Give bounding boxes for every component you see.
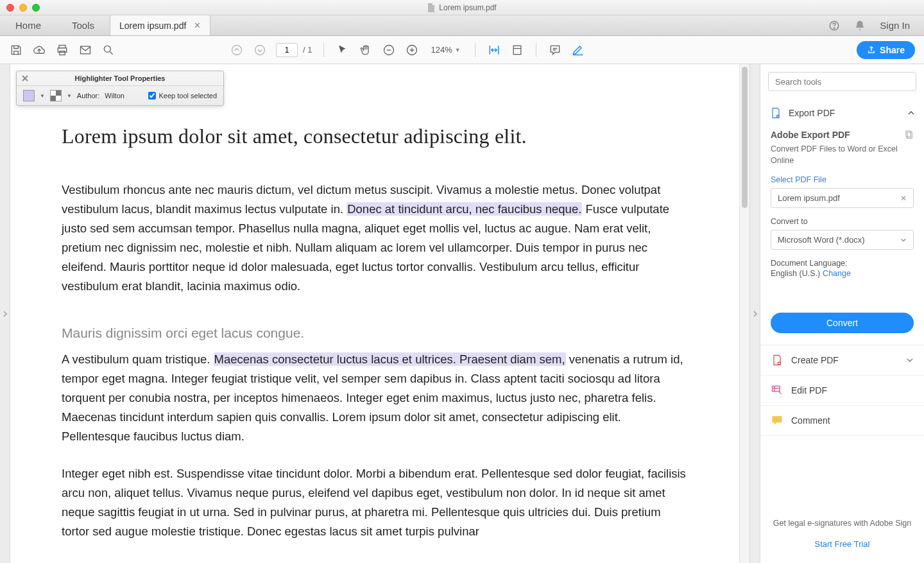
change-language-link[interactable]: Change <box>823 269 851 278</box>
format-dropdown[interactable]: Microsoft Word (*.docx) <box>771 230 914 250</box>
window-title: Lorem ipsum.pdf <box>439 3 496 12</box>
zoom-dropdown[interactable]: 124% ▼ <box>428 45 463 55</box>
doc-paragraph-2: A vestibulum quam tristique. Maecenas co… <box>62 350 688 446</box>
doc-language-value: English (U.S.) <box>771 269 820 278</box>
format-value: Microsoft Word (*.docx) <box>778 235 865 245</box>
doc-subheading: Mauris dignissim orci eget lacus congue. <box>62 325 688 341</box>
tools-tab[interactable]: Tools <box>56 15 110 35</box>
left-panel-toggle[interactable] <box>0 64 10 563</box>
convert-button[interactable]: Convert <box>771 313 914 333</box>
home-tab[interactable]: Home <box>0 15 56 35</box>
edit-pdf-row[interactable]: Edit PDF <box>760 376 924 406</box>
main-toolbar: / 1 124% ▼ Share <box>0 36 924 64</box>
bell-icon[interactable] <box>854 20 866 31</box>
window-close-button[interactable] <box>6 4 14 12</box>
tools-pane: Export PDF Adobe Export PDF Convert PDF … <box>760 64 924 563</box>
fit-page-icon[interactable] <box>510 43 524 57</box>
close-panel-icon[interactable] <box>21 74 30 83</box>
pages-icon[interactable] <box>903 130 914 140</box>
svg-rect-16 <box>773 386 780 391</box>
start-trial-link[interactable]: Start Free Trial <box>772 539 912 549</box>
create-pdf-row[interactable]: Create PDF <box>760 345 924 376</box>
zoom-out-icon[interactable] <box>382 43 396 57</box>
export-pdf-label: Export PDF <box>789 108 835 118</box>
keep-selected-label: Keep tool selected <box>158 92 217 100</box>
hand-tool-icon[interactable] <box>359 43 373 57</box>
email-icon[interactable] <box>78 43 92 57</box>
search-tools-input[interactable] <box>768 72 916 91</box>
svg-point-6 <box>104 46 110 52</box>
svg-rect-4 <box>60 51 65 55</box>
keep-selected-input[interactable] <box>148 92 156 100</box>
chevron-up-icon <box>907 109 915 117</box>
select-pdf-label: Select PDF File <box>771 175 914 184</box>
color-swatch[interactable] <box>23 90 35 101</box>
print-icon[interactable] <box>55 43 69 57</box>
window-maximize-button[interactable] <box>32 4 40 12</box>
window-titlebar: Lorem ipsum.pdf <box>0 0 924 15</box>
tab-strip: Home Tools Lorem ipsum.pdf ✕ Sign In <box>0 15 924 36</box>
panel-title: Highlighter Tool Properties <box>75 74 166 82</box>
page-total-label: / 1 <box>303 45 312 55</box>
sign-in-link[interactable]: Sign In <box>880 20 910 31</box>
highlighter-properties-panel[interactable]: Highlighter Tool Properties ▼ ▼ Author: … <box>16 71 224 106</box>
page-up-icon[interactable] <box>230 43 244 57</box>
page-number-input[interactable] <box>276 43 298 57</box>
vertical-scrollbar[interactable] <box>739 64 749 563</box>
share-button[interactable]: Share <box>857 41 915 59</box>
zoom-in-icon[interactable] <box>405 43 419 57</box>
svg-rect-14 <box>907 132 912 138</box>
selected-file-name: Lorem ipsum.pdf <box>778 193 840 203</box>
fit-width-icon[interactable] <box>487 43 501 57</box>
highlight-1[interactable]: Donec at tincidunt arcu, nec faucibus ne… <box>346 202 582 216</box>
comment-icon <box>771 414 783 427</box>
page-content: Lorem ipsum dolor sit amet, consectetur … <box>10 64 739 559</box>
highlight-2[interactable]: Maecenas consectetur luctus lacus et ult… <box>214 352 566 366</box>
close-tab-icon[interactable]: ✕ <box>194 21 201 30</box>
caret-down-icon: ▼ <box>455 47 461 53</box>
doc-paragraph-1: Vestibulum rhoncus ante nec mauris dictu… <box>62 180 688 296</box>
document-tab[interactable]: Lorem ipsum.pdf ✕ <box>110 15 210 35</box>
page-down-icon[interactable] <box>253 43 267 57</box>
svg-rect-11 <box>513 46 521 54</box>
svg-point-1 <box>834 28 835 28</box>
chevron-down-icon <box>900 237 907 243</box>
document-viewport[interactable]: Lorem ipsum dolor sit amet, consectetur … <box>10 64 739 563</box>
scrollbar-thumb[interactable] <box>742 67 748 208</box>
svg-point-8 <box>255 45 265 55</box>
comment-row[interactable]: Comment <box>760 406 924 436</box>
opacity-icon[interactable] <box>50 90 62 101</box>
clear-file-icon[interactable]: ✕ <box>900 194 907 203</box>
find-icon[interactable] <box>101 43 116 57</box>
author-value: Wilton <box>105 92 124 100</box>
zoom-value: 124% <box>431 45 452 55</box>
caret-down-icon[interactable]: ▼ <box>40 93 45 99</box>
highlight-tool-icon[interactable] <box>571 43 585 57</box>
selection-tool-icon[interactable] <box>336 43 350 57</box>
document-tab-label: Lorem ipsum.pdf <box>119 21 186 31</box>
export-pdf-icon <box>769 107 782 119</box>
share-icon <box>867 46 876 55</box>
save-icon[interactable] <box>9 43 23 57</box>
export-pdf-header[interactable]: Export PDF <box>760 99 924 127</box>
doc-language-label: Document Language: <box>771 259 914 268</box>
svg-point-7 <box>232 45 242 55</box>
chevron-down-icon <box>906 356 914 364</box>
cloud-upload-icon[interactable] <box>32 43 46 57</box>
doc-paragraph-3: Integer eget nibh est. Suspendisse vitae… <box>62 464 688 541</box>
window-minimize-button[interactable] <box>19 4 27 12</box>
esign-promo: Get legal e-signatures with Adobe Sign <box>772 519 912 528</box>
author-label: Author: <box>77 92 99 100</box>
sticky-note-icon[interactable] <box>548 43 562 57</box>
help-icon[interactable] <box>828 20 840 31</box>
edit-pdf-label: Edit PDF <box>791 385 827 395</box>
comment-label: Comment <box>791 415 830 426</box>
pdf-file-icon <box>427 3 435 12</box>
selected-file-box[interactable]: Lorem ipsum.pdf ✕ <box>771 188 914 208</box>
right-panel-toggle[interactable] <box>749 64 760 563</box>
doc-heading: Lorem ipsum dolor sit amet, consectetur … <box>62 125 688 148</box>
export-title: Adobe Export PDF <box>771 130 850 140</box>
caret-down-icon[interactable]: ▼ <box>67 93 72 99</box>
convert-to-label: Convert to <box>771 217 914 226</box>
keep-selected-checkbox[interactable]: Keep tool selected <box>148 92 217 100</box>
